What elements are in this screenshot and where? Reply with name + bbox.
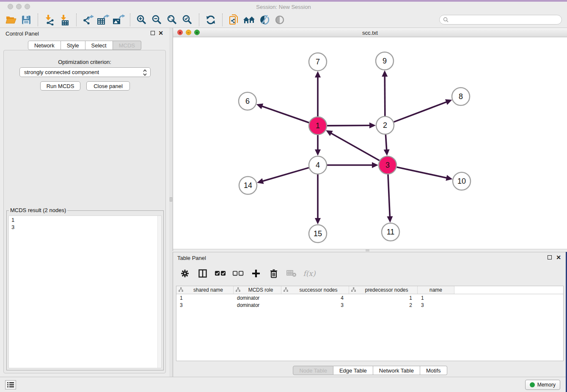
- graph-node-label-7: 7: [316, 58, 320, 66]
- table-cell[interactable]: dominator: [234, 294, 281, 301]
- refresh-icon[interactable]: [203, 13, 218, 27]
- table-cell[interactable]: dominator: [234, 301, 281, 309]
- column-header-label: shared name: [183, 287, 233, 293]
- column-type-icon: [351, 287, 356, 293]
- zoom-out-icon[interactable]: [149, 13, 165, 27]
- table-cell[interactable]: 3: [281, 301, 349, 309]
- graph-node-label-3: 3: [385, 161, 390, 169]
- edge-arrow-1-6: [256, 104, 263, 109]
- splitter-grip[interactable]: [170, 197, 172, 202]
- search-field[interactable]: [439, 15, 562, 25]
- toolbar-separator: [76, 14, 77, 26]
- export-table-icon[interactable]: [96, 13, 111, 27]
- export-image-icon[interactable]: [111, 13, 126, 27]
- table-cell[interactable]: 3: [176, 301, 234, 309]
- graph-node-label-1: 1: [316, 121, 320, 130]
- column-header-successor-nodes[interactable]: successor nodes: [281, 286, 349, 294]
- control-panel-title: Control Panel: [6, 30, 39, 37]
- column-header-MCDS-role[interactable]: MCDS role: [234, 286, 281, 294]
- first-neighbors-icon[interactable]: [242, 13, 257, 27]
- tab-motifs[interactable]: Motifs: [420, 366, 447, 375]
- zoom-fit-icon[interactable]: [165, 13, 180, 27]
- export-network-icon[interactable]: [80, 13, 96, 27]
- edge-2-9[interactable]: [385, 75, 385, 116]
- column-header-name[interactable]: name: [418, 286, 454, 294]
- table-row[interactable]: 3dominator323: [176, 301, 563, 309]
- column-header-label: name: [418, 287, 454, 293]
- task-history-button[interactable]: [5, 380, 16, 389]
- import-network-icon[interactable]: [42, 13, 57, 27]
- tab-edge-table[interactable]: Edge Table: [333, 366, 373, 375]
- close-table-panel-icon[interactable]: ✕: [556, 254, 561, 261]
- style-icon[interactable]: [257, 13, 272, 27]
- application-window: Session: New Session: [0, 0, 567, 392]
- tab-node-table[interactable]: Node Table: [293, 366, 333, 375]
- node-table[interactable]: shared nameMCDS rolesuccessor nodesprede…: [176, 286, 564, 361]
- table-panel: Table Panel ✕: [173, 252, 567, 377]
- add-column-icon[interactable]: [250, 267, 262, 280]
- edge-2-3[interactable]: [385, 135, 386, 151]
- import-table-icon[interactable]: [57, 13, 72, 27]
- tab-select[interactable]: Select: [85, 41, 113, 50]
- edge-1-2[interactable]: [327, 125, 371, 126]
- zoom-selected-icon[interactable]: [180, 13, 195, 27]
- tab-style[interactable]: Style: [61, 41, 85, 50]
- table-cell[interactable]: 1: [176, 294, 234, 301]
- edge-3-11[interactable]: [388, 174, 390, 218]
- edge-4-14[interactable]: [262, 168, 309, 181]
- columns-icon[interactable]: [197, 267, 209, 280]
- table-panel-title: Table Panel: [177, 255, 206, 261]
- clone-network-icon[interactable]: [226, 13, 242, 27]
- column-type-icon: [179, 287, 183, 293]
- network-view-window: × − + scc.txt 7968124314101511: [173, 28, 567, 251]
- tab-network-table[interactable]: Network Table: [373, 366, 420, 375]
- edge-3-1[interactable]: [330, 133, 380, 161]
- table-cell[interactable]: 4: [281, 294, 349, 301]
- tab-network[interactable]: Network: [28, 41, 61, 50]
- memory-button[interactable]: Memory: [525, 380, 560, 390]
- float-table-panel-icon[interactable]: [548, 255, 552, 259]
- horizontal-splitter-grip[interactable]: [366, 249, 369, 251]
- edge-1-6[interactable]: [261, 106, 309, 123]
- edge-arrow-2-9: [382, 70, 388, 77]
- app-title: Session: New Session: [0, 4, 567, 10]
- column-header-shared-name[interactable]: shared name: [176, 286, 234, 294]
- mcds-result-text[interactable]: 1 3: [8, 215, 162, 368]
- float-panel-icon[interactable]: [151, 31, 155, 35]
- select-all-icon[interactable]: [215, 267, 226, 280]
- edge-2-8[interactable]: [394, 102, 448, 122]
- close-panel-button[interactable]: Close panel: [86, 81, 130, 91]
- open-session-icon[interactable]: [3, 13, 19, 27]
- column-type-icon: [284, 287, 288, 293]
- tab-mcds[interactable]: MCDS: [113, 41, 141, 50]
- close-panel-icon[interactable]: ✕: [158, 30, 163, 36]
- edge-arrow-2-3: [384, 149, 390, 156]
- gear-icon[interactable]: [179, 267, 191, 280]
- table-cell[interactable]: 1: [349, 294, 418, 301]
- zoom-in-icon[interactable]: [134, 13, 149, 27]
- table-row[interactable]: 1dominator411: [176, 294, 563, 301]
- run-mcds-button[interactable]: Run MCDS: [40, 81, 80, 91]
- search-input[interactable]: [451, 17, 556, 23]
- edge-3-10[interactable]: [396, 167, 447, 178]
- save-session-icon[interactable]: [19, 13, 34, 27]
- column-header-predecessor-nodes[interactable]: predecessor nodes: [349, 286, 418, 294]
- network-window-titlebar[interactable]: × − + scc.txt: [173, 28, 567, 37]
- toolbar-separator: [38, 14, 38, 26]
- table-tabs: Node TableEdge TableNetwork TableMotifs: [173, 366, 567, 375]
- delete-icon[interactable]: [268, 267, 280, 280]
- result-scrollbar[interactable]: [157, 216, 161, 368]
- control-panel: Control Panel ✕ NetworkStyleSelectMCDS O…: [0, 28, 169, 377]
- deselect-all-icon[interactable]: [232, 267, 244, 280]
- table-cell[interactable]: 2: [349, 301, 418, 309]
- graph-node-label-9: 9: [383, 57, 387, 65]
- vertical-splitter[interactable]: [169, 28, 173, 377]
- table-cell[interactable]: 1: [418, 294, 454, 301]
- memory-label: Memory: [537, 382, 556, 388]
- edge-arrow-3-10: [446, 175, 452, 181]
- table-cell[interactable]: 3: [418, 301, 454, 309]
- criterion-select[interactable]: strongly connected component: [19, 67, 151, 77]
- hide-selected-icon[interactable]: [272, 13, 287, 27]
- toolbar-separator: [199, 14, 199, 26]
- network-canvas[interactable]: 7968124314101511: [173, 37, 567, 249]
